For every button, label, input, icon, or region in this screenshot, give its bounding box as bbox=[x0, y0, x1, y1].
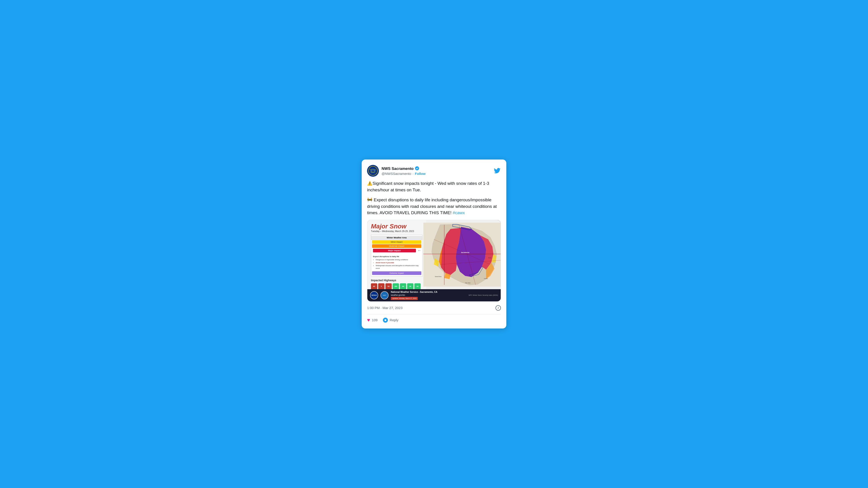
tweet-header-left: NATIONAL WEATHER SERVICE NWS Sacramento bbox=[367, 165, 426, 177]
construction-emoji: 🚧 bbox=[367, 197, 373, 202]
svg-text:Sacramento: Sacramento bbox=[461, 252, 469, 253]
legend-minor: Minor Impact bbox=[372, 240, 421, 244]
reply-button[interactable]: Reply bbox=[383, 318, 398, 323]
tweet-body: ⚠️Significant snow impacts tonight - Wed… bbox=[367, 180, 501, 216]
svg-text:San Jose: San Jose bbox=[465, 282, 470, 283]
graphic-subtitle: Tuesday – Wednesday, March 28-29, 2023 bbox=[371, 230, 423, 232]
hwy-49: 49 bbox=[414, 283, 421, 290]
footer-website: weather.gov/sto bbox=[391, 294, 437, 297]
verified-icon bbox=[415, 166, 419, 171]
svg-text:Reno: Reno bbox=[488, 257, 491, 258]
tweet-paragraph-2: 🚧 Expect disruptions to daily life inclu… bbox=[367, 197, 501, 216]
impact-text: Expect disruptions to daily life bbox=[373, 256, 421, 258]
account-info: NWS Sacramento @NWSSacramento · Follow bbox=[381, 166, 426, 175]
noaa-logo: NOAA bbox=[370, 291, 378, 299]
comment-icon bbox=[383, 318, 388, 323]
tweet-footer: 1:00 PM · Mar 27, 2023 i bbox=[367, 305, 501, 311]
hwy-36: 36 bbox=[407, 283, 413, 290]
highways-label: Impacted Highways bbox=[371, 279, 423, 282]
account-handle-row: @NWSSacramento · Follow bbox=[381, 172, 426, 175]
like-button[interactable]: ♥ 109 bbox=[367, 317, 377, 323]
info-icon[interactable]: i bbox=[495, 305, 501, 311]
hwy-299: 299 bbox=[393, 283, 399, 290]
reply-label: Reply bbox=[390, 318, 398, 322]
avatar[interactable]: NATIONAL WEATHER SERVICE bbox=[367, 165, 379, 177]
comment-dot bbox=[384, 319, 386, 321]
svg-point-7 bbox=[415, 166, 419, 170]
hwy-80: 80 bbox=[371, 283, 377, 290]
footer-org: National Weather Service - Sacramento, C… bbox=[391, 291, 437, 294]
legend-header: Winter Weather Area bbox=[371, 236, 422, 240]
tweet-actions: ♥ 109 Reply bbox=[367, 314, 501, 323]
account-name-row: NWS Sacramento bbox=[381, 166, 426, 171]
graphic-title: Major Snow bbox=[371, 223, 423, 230]
graphic-footer: NOAA NWS National Weather Service - Sacr… bbox=[367, 289, 501, 301]
twitter-bird-icon[interactable] bbox=[494, 167, 501, 175]
map-svg: Reno San Jose Santa Rosa Fresno Sacramen… bbox=[423, 220, 501, 289]
legend-major: Major Impact bbox=[373, 249, 416, 252]
legend-extreme: Extreme Impact bbox=[372, 271, 421, 275]
nws-globe-logo: NWS bbox=[380, 291, 389, 299]
hwy-5: 5 bbox=[378, 283, 384, 290]
footer-update: Updated: Monday, March 27, 2023 bbox=[391, 297, 418, 300]
hwy-50: 50 bbox=[385, 283, 392, 290]
svg-text:Santa Rosa: Santa Rosa bbox=[435, 276, 442, 277]
follow-button[interactable]: Follow bbox=[415, 172, 426, 175]
bullet-avoid: Avoid travel if possible bbox=[376, 261, 421, 264]
legend-arrow: ← bbox=[418, 249, 421, 253]
dot-separator: · bbox=[412, 172, 413, 175]
footer-text: National Weather Service - Sacramento, C… bbox=[391, 291, 437, 300]
impact-bullets: Dangerous or impossible driving conditio… bbox=[373, 258, 421, 269]
legend-moderate: Moderate Impact bbox=[372, 244, 421, 248]
account-name[interactable]: NWS Sacramento bbox=[381, 166, 414, 171]
warning-emoji: ⚠️ bbox=[367, 181, 373, 186]
tweet-image[interactable]: Major Snow Tuesday – Wednesday, March 28… bbox=[367, 220, 501, 302]
tweet-timestamp: 1:00 PM · Mar 27, 2023 bbox=[367, 306, 403, 310]
nws-graphic: Major Snow Tuesday – Wednesday, March 28… bbox=[367, 220, 501, 301]
tweet-header: NATIONAL WEATHER SERVICE NWS Sacramento bbox=[367, 165, 501, 177]
legend-box: Winter Weather Area Minor Impact Moderat… bbox=[371, 235, 423, 276]
bullet-3: Widespread closures and disruption to in… bbox=[376, 264, 421, 269]
svg-text:Fresno: Fresno bbox=[484, 278, 488, 279]
account-handle[interactable]: @NWSSacramento bbox=[381, 172, 411, 175]
footer-credit: WPC Winter Storm Severity Index (WSSI) bbox=[469, 294, 498, 296]
tweet-card: NATIONAL WEATHER SERVICE NWS Sacramento bbox=[362, 160, 506, 328]
bullet-1: Dangerous or impossible driving conditio… bbox=[376, 258, 421, 261]
map-area: Reno San Jose Santa Rosa Fresno Sacramen… bbox=[423, 220, 501, 289]
nws-graphic-inner: Major Snow Tuesday – Wednesday, March 28… bbox=[367, 220, 501, 301]
tweet-paragraph-1: ⚠️Significant snow impacts tonight - Wed… bbox=[367, 180, 501, 193]
heart-icon: ♥ bbox=[367, 317, 370, 323]
hashtag[interactable]: #cawx bbox=[453, 210, 465, 215]
like-count: 109 bbox=[372, 318, 377, 322]
hwy-44: 44 bbox=[400, 283, 406, 290]
legend-major-row: Major Impact ← bbox=[372, 248, 421, 253]
impact-section: Expect disruptions to daily life Dangero… bbox=[371, 253, 422, 271]
